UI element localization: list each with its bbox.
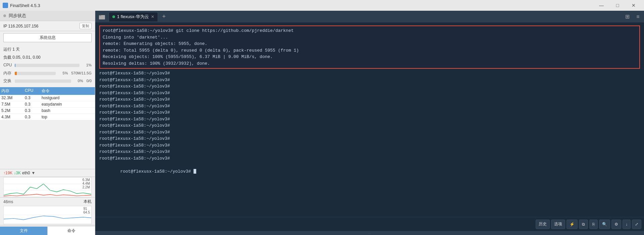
prompt-line: root@flexusx-1a58:~/yolov3# xyxy=(99,83,640,90)
titlebar-controls: — □ ✕ xyxy=(594,0,641,11)
sync-bar: 同步状态 xyxy=(0,11,95,21)
process-row: 5.2M0.3bash xyxy=(0,108,95,114)
tab-dot xyxy=(112,15,115,18)
prompt-line: root@flexusx-1a58:~/yolov3# xyxy=(99,155,640,162)
prompt-line: root@flexusx-1a58:~/yolov3# xyxy=(99,77,640,83)
resize-icon: ⤢ xyxy=(635,222,638,227)
history-button[interactable]: 历史 xyxy=(536,220,550,229)
swap-row: 交换 0% 0/0 xyxy=(3,77,92,85)
net-y1: 6.3M xyxy=(83,178,90,182)
ping-y2: 64.5 xyxy=(84,211,90,214)
term-hl-6: Resolving deltas: 100% (3932/3932), done… xyxy=(103,60,637,67)
command-input[interactable] xyxy=(98,220,536,228)
prompt-line: root@flexusx-1a58:~/yolov3# xyxy=(99,149,640,155)
download-button[interactable]: ↓ xyxy=(623,220,631,229)
settings-terminal-button[interactable]: ⚙ xyxy=(611,220,621,229)
folder-icon-button[interactable] xyxy=(97,12,107,21)
net-y3: 2.2M xyxy=(83,185,90,189)
input-actions: 历史 选项 ⚡ ⧉ ⎘ 🔍 ⚙ ↓ xyxy=(536,220,641,229)
maximize-button[interactable]: □ xyxy=(610,0,625,11)
file-cmd-tabs: 文件 命令 xyxy=(0,225,95,235)
prompt-line: root@flexusx-1a58:~/yolov3# xyxy=(99,70,640,77)
sync-label: 同步状态 xyxy=(9,13,26,19)
load-value: 负载 0.05, 0.01, 0.00 xyxy=(3,54,41,61)
minimize-button[interactable]: — xyxy=(594,0,609,11)
tab-close-1[interactable]: ✕ xyxy=(151,14,154,19)
swap-label: 交换 xyxy=(3,77,13,85)
options-button[interactable]: 选项 xyxy=(551,220,565,229)
terminal[interactable]: root@flexusx-1a58:~/yolov3# git clone ht… xyxy=(95,23,644,217)
net-y-labels: 6.3M 4.4M 2.2M xyxy=(83,178,90,189)
lightning-icon: ⚡ xyxy=(570,222,575,227)
file-tab[interactable]: 文件 xyxy=(0,227,48,235)
net-dropdown-icon[interactable]: ▼ xyxy=(31,171,35,175)
process-header-mem: 内存 xyxy=(1,88,25,94)
net-interface: eth0 xyxy=(22,171,30,175)
sidebar: 同步状态 IP 116.205.107.156 复制 系统信息 运行 1 天 负… xyxy=(0,11,95,235)
process-mem: 32.3M xyxy=(1,96,25,100)
last-prompt-line: root@flexusx-1a58:~/yolov3# xyxy=(99,162,640,181)
cmd-tab[interactable]: 命令 xyxy=(48,227,95,235)
tab-bar: 1 flexusx-华为云 ✕ + ⊞ ≡ xyxy=(95,11,644,23)
paste-button[interactable]: ⎘ xyxy=(589,220,598,229)
menu-button[interactable]: ≡ xyxy=(633,12,643,21)
process-mem: 7.5M xyxy=(1,102,25,107)
tab-label-1: 1 flexusx-华为云 xyxy=(117,14,149,20)
folder-icon xyxy=(99,13,105,20)
process-header-cpu: CPU xyxy=(25,88,42,94)
add-tab-button[interactable]: + xyxy=(159,12,169,21)
highlighted-output: root@flexusx-1a58:~/yolov3# git clone ht… xyxy=(99,25,640,69)
copy-terminal-icon: ⧉ xyxy=(582,222,585,227)
process-cmd: hostguard xyxy=(42,96,94,100)
download-icon: ↓ xyxy=(626,222,628,227)
process-cpu: 0.3 xyxy=(25,108,42,113)
cpu-label: CPU xyxy=(3,62,13,69)
prompt-line: root@flexusx-1a58:~/yolov3# xyxy=(99,135,640,142)
grid-view-button[interactable]: ⊞ xyxy=(623,12,632,21)
term-hl-5: Receiving objects: 100% (5955/5955), 6.3… xyxy=(103,54,637,60)
app-title: FinalShell 4.5.3 xyxy=(10,3,40,8)
prompt-line: root@flexusx-1a58:~/yolov3# xyxy=(99,96,640,103)
prompt-line: root@flexusx-1a58:~/yolov3# xyxy=(99,116,640,123)
prompt-line: root@flexusx-1a58:~/yolov3# xyxy=(99,103,640,110)
ping-graph: 91 64.5 xyxy=(3,206,92,224)
tab-item-1[interactable]: 1 flexusx-华为云 ✕ xyxy=(109,12,158,21)
copy-terminal-button[interactable]: ⧉ xyxy=(579,220,588,229)
process-cpu: 0.3 xyxy=(25,115,42,119)
prompt-line: root@flexusx-1a58:~/yolov3# xyxy=(99,90,640,97)
main-layout: 同步状态 IP 116.205.107.156 复制 系统信息 运行 1 天 负… xyxy=(0,11,644,235)
net-upload: ↑19K xyxy=(3,171,12,175)
net-y2: 4.4M xyxy=(83,182,90,185)
paste-icon: ⎘ xyxy=(592,222,595,227)
right-panel: 1 flexusx-华为云 ✕ + ⊞ ≡ root@flexusx-1a58:… xyxy=(95,11,644,235)
swap-detail: 0/0 xyxy=(87,78,92,84)
prompt-line: root@flexusx-1a58:~/yolov3# xyxy=(99,122,640,129)
prompt-lines: root@flexusx-1a58:~/yolov3#root@flexusx-… xyxy=(99,70,640,162)
lightning-button[interactable]: ⚡ xyxy=(567,220,578,229)
mem-detail: 570M/11.5G xyxy=(71,70,92,77)
cursor xyxy=(194,169,196,174)
close-button[interactable]: ✕ xyxy=(626,0,641,11)
ping-y1: 91 xyxy=(84,207,90,211)
term-hl-1: root@flexusx-1a58:~/yolov3# git clone ht… xyxy=(103,27,637,34)
prompt-line: root@flexusx-1a58:~/yolov3# xyxy=(99,142,640,149)
titlebar-left: FinalShell 4.5.3 xyxy=(3,3,40,8)
copy-ip-button[interactable]: 复制 xyxy=(79,23,92,29)
svg-rect-7 xyxy=(99,15,101,16)
term-hl-4: remote: Total 5955 (delta 0), reused 0 (… xyxy=(103,47,637,54)
cpu-row: CPU 1% xyxy=(3,62,92,69)
settings-icon: ⚙ xyxy=(614,222,618,227)
process-rows: 32.3M0.3hostguard7.5M0.3easydarwin5.2M0.… xyxy=(0,95,95,120)
system-stats: 运行 1 天 负载 0.05, 0.01, 0.00 CPU 1% 内存 5% … xyxy=(0,44,95,87)
net-bar: ↑19K ↓3K eth0 ▼ xyxy=(0,169,95,177)
net-graph-svg xyxy=(4,177,91,197)
uptime-row: 运行 1 天 xyxy=(3,46,92,53)
sysinfo-button[interactable]: 系统信息 xyxy=(3,33,92,42)
ping-value: 46ms xyxy=(3,199,13,204)
process-row: 32.3M0.3hostguard xyxy=(0,95,95,101)
process-header-cmd: 命令 xyxy=(42,88,94,94)
load-row: 负载 0.05, 0.01, 0.00 xyxy=(3,54,92,61)
search-button[interactable]: 🔍 xyxy=(599,220,610,229)
mem-row: 内存 5% 570M/11.5G xyxy=(3,70,92,77)
resize-button[interactable]: ⤢ xyxy=(632,220,641,229)
